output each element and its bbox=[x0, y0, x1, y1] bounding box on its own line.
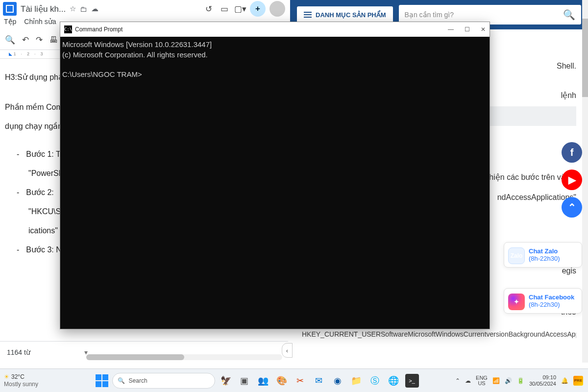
system-tray: ⌃ ☁ ENG US 📶 🔊 🔋 09:10 30/05/2024 🔔 PRE bbox=[450, 374, 588, 386]
battery-icon[interactable]: 🔋 bbox=[517, 377, 524, 384]
chat-title: Chat Zalo bbox=[529, 247, 577, 255]
star-icon[interactable]: ☆ bbox=[70, 4, 76, 13]
explorer-icon[interactable]: 📁 bbox=[349, 374, 363, 388]
tray-chevron-icon[interactable]: ⌃ bbox=[455, 377, 460, 384]
clock[interactable]: 09:10 30/05/2024 bbox=[529, 374, 556, 386]
pinned-apps: 🦅 ▣ 👥 🎨 ✂ ✉ ◉ 📁 Ⓢ 🌐 >_ bbox=[219, 374, 419, 388]
youtube-icon[interactable]: ▶ bbox=[562, 170, 582, 190]
lang-bot: US bbox=[476, 381, 488, 386]
cmd-line: (c) Microsoft Corporation. All rights re… bbox=[62, 50, 208, 59]
language-indicator[interactable]: ENG US bbox=[476, 375, 488, 386]
search-placeholder: Bạn cần tìm gì? bbox=[405, 11, 454, 19]
paint-icon[interactable]: 🎨 bbox=[275, 374, 289, 388]
minimize-button[interactable]: — bbox=[448, 26, 454, 33]
menu-file[interactable]: Tệp bbox=[4, 18, 16, 30]
edge-icon[interactable]: ◉ bbox=[331, 374, 344, 388]
docs-title[interactable]: Tài liệu kh... bbox=[21, 4, 66, 14]
cmd-line: Microsoft Windows [Version 10.0.22631.34… bbox=[62, 40, 212, 49]
chat-title: Chat Facebook bbox=[529, 294, 577, 301]
cmd-output[interactable]: Microsoft Windows [Version 10.0.22631.34… bbox=[60, 37, 490, 82]
avatar[interactable] bbox=[270, 1, 285, 17]
skype-icon[interactable]: Ⓢ bbox=[368, 374, 382, 388]
window-controls: — ☐ ✕ bbox=[448, 26, 486, 33]
vertical-scrollbar[interactable] bbox=[582, 0, 588, 363]
redo-icon[interactable]: ↷ bbox=[36, 35, 43, 45]
time: 09:10 bbox=[529, 374, 556, 380]
chat-hours: (8h-22h30) bbox=[529, 301, 577, 308]
menu-edit[interactable]: Chỉnh sửa bbox=[24, 18, 56, 30]
search-icon[interactable]: 🔍 bbox=[563, 9, 575, 21]
pre-badge[interactable]: PRE bbox=[573, 376, 583, 386]
chrome-icon[interactable]: 🌐 bbox=[387, 374, 400, 388]
taskbar-center: 🔍 Search 🦅 ▣ 👥 🎨 ✂ ✉ ◉ 📁 Ⓢ 🌐 >_ bbox=[64, 373, 450, 389]
docs-logo-icon[interactable] bbox=[3, 2, 17, 16]
weather-widget[interactable]: ☀32°C Mostly sunny bbox=[0, 371, 64, 390]
chat-zalo-card[interactable]: Zalo Chat Zalo (8h-22h30) bbox=[504, 242, 582, 268]
sun-icon: ☀ bbox=[4, 373, 9, 380]
close-button[interactable]: ✕ bbox=[481, 26, 486, 33]
messenger-icon: ✦ bbox=[508, 294, 525, 310]
lang-top: ENG bbox=[476, 375, 488, 381]
mail-icon[interactable]: ✉ bbox=[312, 374, 326, 388]
word-count[interactable]: 1164 từ bbox=[7, 348, 30, 356]
search-icon: 🔍 bbox=[118, 377, 125, 384]
docs-titlebar: Tài liệu kh... ☆ 🗀 ☁ ↺ ▭ ▢▾ + bbox=[0, 0, 288, 18]
snip-icon[interactable]: ✂ bbox=[294, 374, 307, 388]
history-icon[interactable]: ↺ bbox=[203, 3, 215, 15]
weather-desc: Mostly sunny bbox=[4, 381, 60, 388]
command-prompt-window[interactable]: C:\ Command Prompt — ☐ ✕ Microsoft Windo… bbox=[60, 22, 490, 329]
search-icon[interactable]: 🔍 bbox=[5, 35, 15, 45]
registry-line: HKEY_CURRENT_USERSoftwareMicrosoftWindow… bbox=[302, 330, 576, 338]
share-button[interactable]: + bbox=[250, 1, 266, 17]
text-word: lệnh bbox=[561, 88, 576, 103]
cloud-icon[interactable]: ☁ bbox=[91, 4, 98, 13]
taskbar-search[interactable]: 🔍 Search bbox=[112, 373, 215, 389]
volume-icon[interactable]: 🔊 bbox=[505, 377, 512, 384]
meet-icon[interactable]: ▢▾ bbox=[234, 3, 246, 15]
move-icon[interactable]: 🗀 bbox=[80, 5, 87, 13]
hamburger-icon bbox=[304, 12, 312, 18]
taskbar: ☀32°C Mostly sunny 🔍 Search 🦅 ▣ 👥 🎨 ✂ ✉ … bbox=[0, 368, 588, 392]
category-label: DANH MỤC SẢN PHẨM bbox=[316, 11, 386, 19]
onedrive-icon[interactable]: ☁ bbox=[465, 377, 471, 384]
cmd-prompt: C:\Users\NGOC TRAM> bbox=[62, 70, 142, 78]
comments-icon[interactable]: ▭ bbox=[219, 3, 230, 15]
teams-icon[interactable]: 👥 bbox=[256, 374, 270, 388]
print-icon[interactable]: 🖶 bbox=[49, 35, 58, 45]
date: 30/05/2024 bbox=[529, 381, 556, 387]
maximize-button[interactable]: ☐ bbox=[465, 26, 470, 33]
facebook-icon[interactable]: f bbox=[562, 142, 582, 163]
social-float: f ▶ ⌃ bbox=[562, 142, 582, 218]
app-icon[interactable]: 🦅 bbox=[219, 374, 233, 388]
scroll-top-icon[interactable]: ⌃ bbox=[562, 197, 582, 218]
notification-icon[interactable]: 🔔 bbox=[561, 377, 568, 384]
terminal-icon[interactable]: >_ bbox=[405, 374, 419, 388]
chat-hours: (8h-22h30) bbox=[529, 255, 577, 262]
cmd-titlebar[interactable]: C:\ Command Prompt — ☐ ✕ bbox=[60, 22, 490, 37]
cmd-title-text: Command Prompt bbox=[75, 26, 122, 33]
cmd-icon: C:\ bbox=[64, 25, 72, 33]
collapse-chevron[interactable]: ‹ bbox=[282, 343, 293, 358]
chat-facebook-card[interactable]: ✦ Chat Facebook (8h-22h30) bbox=[504, 288, 582, 314]
temperature: 32°C bbox=[11, 373, 24, 380]
category-button[interactable]: DANH MỤC SẢN PHẨM bbox=[297, 6, 393, 24]
wifi-icon[interactable]: 📶 bbox=[492, 377, 500, 384]
horizontal-scrollbar[interactable] bbox=[86, 354, 282, 360]
start-button[interactable] bbox=[96, 374, 108, 387]
undo-icon[interactable]: ↶ bbox=[22, 35, 29, 45]
zalo-icon: Zalo bbox=[508, 247, 525, 264]
taskview-icon[interactable]: ▣ bbox=[238, 374, 251, 388]
search-label: Search bbox=[129, 377, 147, 384]
